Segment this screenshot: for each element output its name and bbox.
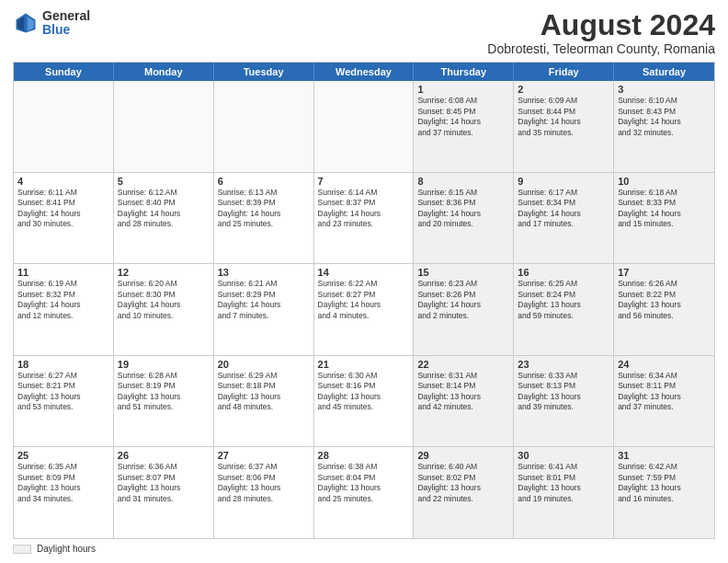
day-info-30: Sunrise: 6:41 AM Sunset: 8:01 PM Dayligh… xyxy=(518,462,609,504)
day-number-19: 19 xyxy=(118,359,210,370)
day-number-30: 30 xyxy=(518,450,609,461)
day-info-3: Sunrise: 6:10 AM Sunset: 8:43 PM Dayligh… xyxy=(618,96,711,138)
cal-header-thursday: Thursday xyxy=(414,63,514,81)
cal-header-sunday: Sunday xyxy=(14,63,114,81)
cal-cell-empty xyxy=(314,81,415,172)
day-number-1: 1 xyxy=(417,84,509,95)
cal-cell-day-15: 15Sunrise: 6:23 AM Sunset: 8:26 PM Dayli… xyxy=(414,264,514,355)
cal-row-5: 25Sunrise: 6:35 AM Sunset: 8:09 PM Dayli… xyxy=(14,447,714,538)
day-info-11: Sunrise: 6:19 AM Sunset: 8:32 PM Dayligh… xyxy=(17,279,109,321)
subtitle: Dobrotesti, Teleorman County, Romania xyxy=(487,41,715,56)
cal-cell-day-16: 16Sunrise: 6:25 AM Sunset: 8:24 PM Dayli… xyxy=(514,264,614,355)
day-info-14: Sunrise: 6:22 AM Sunset: 8:27 PM Dayligh… xyxy=(318,279,410,321)
day-info-1: Sunrise: 6:08 AM Sunset: 8:45 PM Dayligh… xyxy=(417,96,509,138)
day-number-24: 24 xyxy=(618,359,711,370)
day-number-29: 29 xyxy=(417,450,509,461)
day-info-17: Sunrise: 6:26 AM Sunset: 8:22 PM Dayligh… xyxy=(618,279,711,321)
cal-header-monday: Monday xyxy=(114,63,214,81)
calendar-header: SundayMondayTuesdayWednesdayThursdayFrid… xyxy=(14,63,714,81)
cal-cell-empty xyxy=(114,81,214,172)
day-number-23: 23 xyxy=(518,359,609,370)
logo: General Blue xyxy=(13,9,90,38)
cal-row-1: 1Sunrise: 6:08 AM Sunset: 8:45 PM Daylig… xyxy=(14,81,714,173)
cal-cell-day-24: 24Sunrise: 6:34 AM Sunset: 8:11 PM Dayli… xyxy=(614,356,714,447)
day-number-3: 3 xyxy=(618,84,711,95)
day-info-8: Sunrise: 6:15 AM Sunset: 8:36 PM Dayligh… xyxy=(417,188,509,230)
cal-row-4: 18Sunrise: 6:27 AM Sunset: 8:21 PM Dayli… xyxy=(14,356,714,448)
header: General Blue August 2024 Dobrotesti, Tel… xyxy=(13,9,715,56)
day-number-12: 12 xyxy=(118,267,210,278)
calendar: SundayMondayTuesdayWednesdayThursdayFrid… xyxy=(13,62,715,539)
day-info-2: Sunrise: 6:09 AM Sunset: 8:44 PM Dayligh… xyxy=(518,96,609,138)
cal-cell-day-19: 19Sunrise: 6:28 AM Sunset: 8:19 PM Dayli… xyxy=(114,356,214,447)
day-number-11: 11 xyxy=(17,267,109,278)
cal-cell-day-2: 2Sunrise: 6:09 AM Sunset: 8:44 PM Daylig… xyxy=(514,81,614,172)
day-number-8: 8 xyxy=(417,176,509,187)
cal-cell-day-22: 22Sunrise: 6:31 AM Sunset: 8:14 PM Dayli… xyxy=(414,356,514,447)
day-info-10: Sunrise: 6:18 AM Sunset: 8:33 PM Dayligh… xyxy=(618,188,711,230)
day-info-12: Sunrise: 6:20 AM Sunset: 8:30 PM Dayligh… xyxy=(118,279,210,321)
day-info-28: Sunrise: 6:38 AM Sunset: 8:04 PM Dayligh… xyxy=(318,462,410,504)
day-info-26: Sunrise: 6:36 AM Sunset: 8:07 PM Dayligh… xyxy=(118,462,210,504)
cal-cell-day-27: 27Sunrise: 6:37 AM Sunset: 8:06 PM Dayli… xyxy=(214,447,314,538)
cal-header-friday: Friday xyxy=(514,63,614,81)
day-number-9: 9 xyxy=(518,176,609,187)
cal-header-tuesday: Tuesday xyxy=(214,63,314,81)
cal-cell-empty xyxy=(214,81,314,172)
day-number-6: 6 xyxy=(218,176,310,187)
day-number-13: 13 xyxy=(218,267,310,278)
cal-cell-day-9: 9Sunrise: 6:17 AM Sunset: 8:34 PM Daylig… xyxy=(514,173,614,264)
logo-text: General Blue xyxy=(42,9,90,38)
cal-cell-day-29: 29Sunrise: 6:40 AM Sunset: 8:02 PM Dayli… xyxy=(414,447,514,538)
day-number-26: 26 xyxy=(118,450,210,461)
cal-cell-day-25: 25Sunrise: 6:35 AM Sunset: 8:09 PM Dayli… xyxy=(14,447,114,538)
day-info-18: Sunrise: 6:27 AM Sunset: 8:21 PM Dayligh… xyxy=(17,371,109,413)
cal-cell-day-13: 13Sunrise: 6:21 AM Sunset: 8:29 PM Dayli… xyxy=(214,264,314,355)
cal-cell-day-28: 28Sunrise: 6:38 AM Sunset: 8:04 PM Dayli… xyxy=(314,447,415,538)
day-number-10: 10 xyxy=(618,176,711,187)
cal-cell-day-12: 12Sunrise: 6:20 AM Sunset: 8:30 PM Dayli… xyxy=(114,264,214,355)
day-info-27: Sunrise: 6:37 AM Sunset: 8:06 PM Dayligh… xyxy=(218,462,310,504)
cal-header-saturday: Saturday xyxy=(614,63,714,81)
day-info-16: Sunrise: 6:25 AM Sunset: 8:24 PM Dayligh… xyxy=(518,279,609,321)
day-number-31: 31 xyxy=(618,450,711,461)
day-number-7: 7 xyxy=(318,176,410,187)
day-number-20: 20 xyxy=(218,359,310,370)
day-info-4: Sunrise: 6:11 AM Sunset: 8:41 PM Dayligh… xyxy=(17,188,109,230)
day-info-23: Sunrise: 6:33 AM Sunset: 8:13 PM Dayligh… xyxy=(518,371,609,413)
cal-cell-day-31: 31Sunrise: 6:42 AM Sunset: 7:59 PM Dayli… xyxy=(614,447,714,538)
main-title: August 2024 xyxy=(487,9,715,41)
cal-cell-day-1: 1Sunrise: 6:08 AM Sunset: 8:45 PM Daylig… xyxy=(414,81,514,172)
day-number-15: 15 xyxy=(417,267,509,278)
legend-box xyxy=(13,545,31,554)
day-info-24: Sunrise: 6:34 AM Sunset: 8:11 PM Dayligh… xyxy=(618,371,711,413)
day-number-14: 14 xyxy=(318,267,410,278)
day-number-5: 5 xyxy=(118,176,210,187)
cal-cell-day-11: 11Sunrise: 6:19 AM Sunset: 8:32 PM Dayli… xyxy=(14,264,114,355)
day-number-18: 18 xyxy=(17,359,109,370)
day-info-25: Sunrise: 6:35 AM Sunset: 8:09 PM Dayligh… xyxy=(17,462,109,504)
generalblue-logo-icon xyxy=(13,10,39,36)
day-info-5: Sunrise: 6:12 AM Sunset: 8:40 PM Dayligh… xyxy=(118,188,210,230)
calendar-body: 1Sunrise: 6:08 AM Sunset: 8:45 PM Daylig… xyxy=(14,81,714,538)
legend: Daylight hours xyxy=(13,544,715,554)
day-info-15: Sunrise: 6:23 AM Sunset: 8:26 PM Dayligh… xyxy=(417,279,509,321)
cal-cell-day-8: 8Sunrise: 6:15 AM Sunset: 8:36 PM Daylig… xyxy=(414,173,514,264)
cal-cell-empty xyxy=(14,81,114,172)
cal-cell-day-7: 7Sunrise: 6:14 AM Sunset: 8:37 PM Daylig… xyxy=(314,173,415,264)
cal-cell-day-23: 23Sunrise: 6:33 AM Sunset: 8:13 PM Dayli… xyxy=(514,356,614,447)
day-number-4: 4 xyxy=(17,176,109,187)
day-info-13: Sunrise: 6:21 AM Sunset: 8:29 PM Dayligh… xyxy=(218,279,310,321)
day-info-20: Sunrise: 6:29 AM Sunset: 8:18 PM Dayligh… xyxy=(218,371,310,413)
title-block: August 2024 Dobrotesti, Teleorman County… xyxy=(487,9,715,56)
day-number-17: 17 xyxy=(618,267,711,278)
day-number-21: 21 xyxy=(318,359,410,370)
cal-cell-day-20: 20Sunrise: 6:29 AM Sunset: 8:18 PM Dayli… xyxy=(214,356,314,447)
cal-cell-day-26: 26Sunrise: 6:36 AM Sunset: 8:07 PM Dayli… xyxy=(114,447,214,538)
cal-cell-day-21: 21Sunrise: 6:30 AM Sunset: 8:16 PM Dayli… xyxy=(314,356,415,447)
day-info-7: Sunrise: 6:14 AM Sunset: 8:37 PM Dayligh… xyxy=(318,188,410,230)
day-number-27: 27 xyxy=(218,450,310,461)
legend-label: Daylight hours xyxy=(37,544,96,554)
day-number-16: 16 xyxy=(518,267,609,278)
logo-general: General xyxy=(42,9,90,23)
